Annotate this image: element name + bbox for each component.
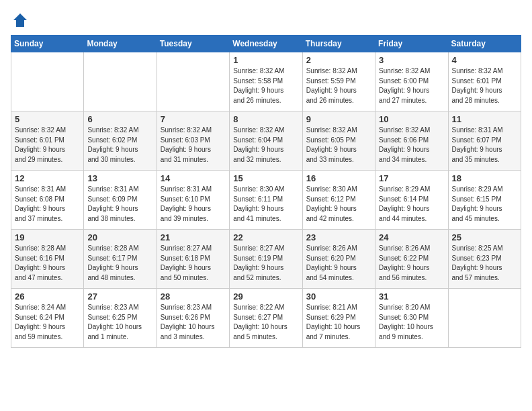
calendar-cell: 8Sunrise: 8:32 AM Sunset: 6:04 PM Daylig… xyxy=(230,111,302,171)
day-number: 10 xyxy=(379,114,444,124)
calendar-cell: 27Sunrise: 8:23 AM Sunset: 6:25 PM Dayli… xyxy=(84,289,157,348)
day-info: Sunrise: 8:27 AM Sunset: 6:19 PM Dayligh… xyxy=(233,244,298,283)
day-number: 6 xyxy=(87,114,152,124)
day-info: Sunrise: 8:32 AM Sunset: 5:58 PM Dayligh… xyxy=(233,66,298,105)
day-number: 23 xyxy=(306,232,371,242)
logo xyxy=(11,11,32,30)
day-number: 26 xyxy=(15,291,80,302)
logo-icon xyxy=(11,11,30,30)
day-number: 30 xyxy=(306,291,371,302)
day-info: Sunrise: 8:31 AM Sunset: 6:07 PM Dayligh… xyxy=(452,126,517,165)
day-info: Sunrise: 8:32 AM Sunset: 6:06 PM Dayligh… xyxy=(379,126,444,165)
calendar-cell: 24Sunrise: 8:26 AM Sunset: 6:22 PM Dayli… xyxy=(375,230,448,289)
calendar-cell: 6Sunrise: 8:32 AM Sunset: 6:02 PM Daylig… xyxy=(84,111,157,171)
calendar-cell xyxy=(448,289,521,348)
day-info: Sunrise: 8:27 AM Sunset: 6:18 PM Dayligh… xyxy=(161,244,226,283)
day-info: Sunrise: 8:22 AM Sunset: 6:27 PM Dayligh… xyxy=(233,303,298,342)
weekday-header: Wednesday xyxy=(230,36,302,52)
day-info: Sunrise: 8:32 AM Sunset: 6:01 PM Dayligh… xyxy=(452,66,517,105)
day-info: Sunrise: 8:23 AM Sunset: 6:25 PM Dayligh… xyxy=(87,303,152,342)
weekday-header: Monday xyxy=(84,36,157,52)
day-number: 15 xyxy=(233,173,298,183)
calendar-cell: 7Sunrise: 8:32 AM Sunset: 6:03 PM Daylig… xyxy=(157,111,229,171)
calendar-cell xyxy=(157,52,229,111)
calendar-cell: 21Sunrise: 8:27 AM Sunset: 6:18 PM Dayli… xyxy=(157,230,229,289)
calendar-cell: 17Sunrise: 8:29 AM Sunset: 6:14 PM Dayli… xyxy=(375,171,448,230)
calendar-table: SundayMondayTuesdayWednesdayThursdayFrid… xyxy=(11,35,521,348)
calendar-cell: 31Sunrise: 8:20 AM Sunset: 6:30 PM Dayli… xyxy=(375,289,448,348)
day-info: Sunrise: 8:32 AM Sunset: 5:59 PM Dayligh… xyxy=(306,66,371,105)
day-number: 8 xyxy=(233,114,298,124)
calendar-cell: 20Sunrise: 8:28 AM Sunset: 6:17 PM Dayli… xyxy=(84,230,157,289)
calendar-cell: 4Sunrise: 8:32 AM Sunset: 6:01 PM Daylig… xyxy=(448,52,521,111)
weekday-header: Friday xyxy=(375,36,448,52)
calendar-cell: 28Sunrise: 8:23 AM Sunset: 6:26 PM Dayli… xyxy=(157,289,229,348)
day-info: Sunrise: 8:31 AM Sunset: 6:08 PM Dayligh… xyxy=(15,185,80,224)
day-number: 28 xyxy=(161,291,226,302)
day-info: Sunrise: 8:23 AM Sunset: 6:26 PM Dayligh… xyxy=(161,303,226,342)
day-number: 20 xyxy=(87,232,152,242)
calendar-cell: 2Sunrise: 8:32 AM Sunset: 5:59 PM Daylig… xyxy=(302,52,375,111)
weekday-header: Sunday xyxy=(11,36,84,52)
day-number: 24 xyxy=(379,232,444,242)
calendar-cell: 26Sunrise: 8:24 AM Sunset: 6:24 PM Dayli… xyxy=(11,289,84,348)
day-info: Sunrise: 8:32 AM Sunset: 6:05 PM Dayligh… xyxy=(306,126,371,165)
day-number: 27 xyxy=(87,291,152,302)
day-info: Sunrise: 8:32 AM Sunset: 6:02 PM Dayligh… xyxy=(87,126,152,165)
day-info: Sunrise: 8:32 AM Sunset: 6:01 PM Dayligh… xyxy=(15,126,80,165)
calendar-cell: 3Sunrise: 8:32 AM Sunset: 6:00 PM Daylig… xyxy=(375,52,448,111)
day-info: Sunrise: 8:26 AM Sunset: 6:22 PM Dayligh… xyxy=(379,244,444,283)
calendar-week-row: 26Sunrise: 8:24 AM Sunset: 6:24 PM Dayli… xyxy=(11,289,521,348)
day-number: 16 xyxy=(306,173,371,183)
day-number: 13 xyxy=(87,173,152,183)
day-info: Sunrise: 8:21 AM Sunset: 6:29 PM Dayligh… xyxy=(306,303,371,342)
calendar-cell: 18Sunrise: 8:29 AM Sunset: 6:15 PM Dayli… xyxy=(448,171,521,230)
day-info: Sunrise: 8:30 AM Sunset: 6:12 PM Dayligh… xyxy=(306,185,371,224)
calendar-cell: 12Sunrise: 8:31 AM Sunset: 6:08 PM Dayli… xyxy=(11,171,84,230)
day-number: 12 xyxy=(15,173,80,183)
day-number: 14 xyxy=(161,173,226,183)
day-number: 31 xyxy=(379,291,444,302)
day-number: 9 xyxy=(306,114,371,124)
day-info: Sunrise: 8:26 AM Sunset: 6:20 PM Dayligh… xyxy=(306,244,371,283)
day-number: 4 xyxy=(452,55,517,65)
day-number: 18 xyxy=(452,173,517,183)
day-info: Sunrise: 8:30 AM Sunset: 6:11 PM Dayligh… xyxy=(233,185,298,224)
day-number: 2 xyxy=(306,55,371,65)
weekday-header: Saturday xyxy=(448,36,521,52)
day-number: 21 xyxy=(161,232,226,242)
day-number: 17 xyxy=(379,173,444,183)
day-info: Sunrise: 8:28 AM Sunset: 6:17 PM Dayligh… xyxy=(87,244,152,283)
day-info: Sunrise: 8:29 AM Sunset: 6:14 PM Dayligh… xyxy=(379,185,444,224)
calendar-cell xyxy=(11,52,84,111)
day-info: Sunrise: 8:31 AM Sunset: 6:09 PM Dayligh… xyxy=(87,185,152,224)
day-info: Sunrise: 8:20 AM Sunset: 6:30 PM Dayligh… xyxy=(379,303,444,342)
svg-marker-0 xyxy=(13,13,27,27)
day-number: 19 xyxy=(15,232,80,242)
calendar-cell: 15Sunrise: 8:30 AM Sunset: 6:11 PM Dayli… xyxy=(230,171,302,230)
calendar-cell: 16Sunrise: 8:30 AM Sunset: 6:12 PM Dayli… xyxy=(302,171,375,230)
calendar-cell: 22Sunrise: 8:27 AM Sunset: 6:19 PM Dayli… xyxy=(230,230,302,289)
calendar-week-row: 12Sunrise: 8:31 AM Sunset: 6:08 PM Dayli… xyxy=(11,171,521,230)
weekday-header: Thursday xyxy=(302,36,375,52)
calendar-week-row: 5Sunrise: 8:32 AM Sunset: 6:01 PM Daylig… xyxy=(11,111,521,171)
weekday-header: Tuesday xyxy=(157,36,229,52)
calendar-cell: 14Sunrise: 8:31 AM Sunset: 6:10 PM Dayli… xyxy=(157,171,229,230)
day-info: Sunrise: 8:28 AM Sunset: 6:16 PM Dayligh… xyxy=(15,244,80,283)
day-number: 25 xyxy=(452,232,517,242)
calendar-week-row: 19Sunrise: 8:28 AM Sunset: 6:16 PM Dayli… xyxy=(11,230,521,289)
day-info: Sunrise: 8:29 AM Sunset: 6:15 PM Dayligh… xyxy=(452,185,517,224)
calendar-cell: 30Sunrise: 8:21 AM Sunset: 6:29 PM Dayli… xyxy=(302,289,375,348)
day-info: Sunrise: 8:25 AM Sunset: 6:23 PM Dayligh… xyxy=(452,244,517,283)
calendar-cell: 19Sunrise: 8:28 AM Sunset: 6:16 PM Dayli… xyxy=(11,230,84,289)
day-number: 5 xyxy=(15,114,80,124)
calendar-cell xyxy=(84,52,157,111)
calendar-cell: 25Sunrise: 8:25 AM Sunset: 6:23 PM Dayli… xyxy=(448,230,521,289)
day-number: 29 xyxy=(233,291,298,302)
calendar-cell: 9Sunrise: 8:32 AM Sunset: 6:05 PM Daylig… xyxy=(302,111,375,171)
day-number: 3 xyxy=(379,55,444,65)
day-info: Sunrise: 8:32 AM Sunset: 6:04 PM Dayligh… xyxy=(233,126,298,165)
calendar-week-row: 1Sunrise: 8:32 AM Sunset: 5:58 PM Daylig… xyxy=(11,52,521,111)
day-number: 1 xyxy=(233,55,298,65)
calendar-cell: 5Sunrise: 8:32 AM Sunset: 6:01 PM Daylig… xyxy=(11,111,84,171)
